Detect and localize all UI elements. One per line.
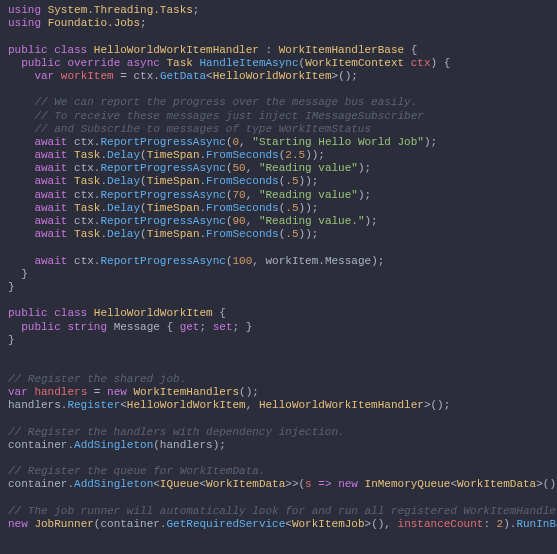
class-name: HelloWorldWorkItemHandler (94, 44, 259, 56)
param-type: WorkItemContext (305, 57, 404, 69)
keyword-using: using (8, 4, 41, 16)
var-name: workItem (61, 70, 114, 82)
keyword-async: async (127, 57, 160, 69)
base-class: WorkItemHandlerBase (279, 44, 404, 56)
keyword-using: using (8, 17, 41, 29)
comment: // Register the shared job. (8, 373, 186, 385)
code-block-1: using System.Threading.Tasks; using Foun… (0, 0, 557, 351)
keyword-override: override (67, 57, 120, 69)
keyword-var: var (34, 70, 54, 82)
comment: // To receive these messages just inject… (34, 110, 423, 122)
keyword-class: class (54, 44, 87, 56)
method-name: HandleItemAsync (199, 57, 298, 69)
method-getdata: GetData (160, 70, 206, 82)
comment: // Register the queue for WorkItemData. (8, 465, 265, 477)
param-name: ctx (411, 57, 431, 69)
comment: // Register the handlers with dependency… (8, 426, 345, 438)
generic-type: HelloWorldWorkItem (213, 70, 332, 82)
code-block-2: // Register the shared job. var handlers… (0, 369, 557, 535)
comment: // and Subscribe to messages of type Wor… (34, 123, 371, 135)
keyword-public: public (8, 44, 48, 56)
ctx-ref: ctx (133, 70, 153, 82)
comment: // The job runner will automatically loo… (8, 505, 557, 517)
comment: // We can report the progress over the m… (34, 96, 417, 108)
namespace: System.Threading.Tasks (48, 4, 193, 16)
keyword-public: public (21, 57, 61, 69)
type-task: Task (166, 57, 192, 69)
namespace: Foundatio.Jobs (48, 17, 140, 29)
keyword-await: await (34, 136, 67, 148)
